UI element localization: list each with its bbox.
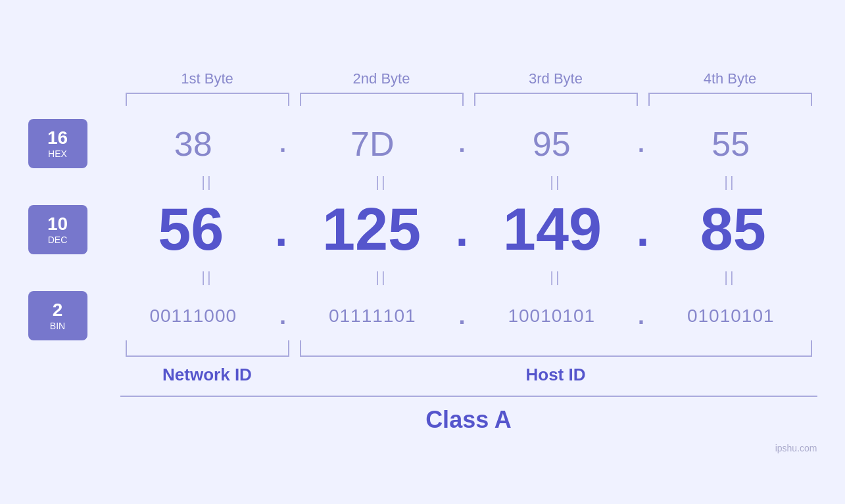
byte2-header: 2nd Byte: [295, 70, 469, 87]
dec-badge: 10 DEC: [28, 205, 87, 254]
bin-dot1: .: [279, 304, 286, 328]
bin-dot3: .: [638, 304, 644, 328]
bin-base-number: 2: [53, 301, 63, 319]
bin-byte3: 10010101: [466, 306, 638, 327]
host-id-section: Host ID: [295, 340, 817, 385]
dec-base-number: 10: [47, 215, 68, 233]
bin-byte2: 01111101: [286, 306, 458, 327]
hex-dot2: .: [458, 132, 465, 156]
eq2-b3: ||: [469, 269, 643, 286]
network-id-section: Network ID: [120, 340, 295, 385]
dec-byte4: 85: [649, 196, 817, 263]
hex-byte3: 95: [466, 124, 638, 164]
dec-dot1: .: [275, 207, 287, 253]
hex-byte2: 7D: [286, 124, 458, 164]
network-id-bracket: [126, 340, 289, 357]
dec-row: 10 DEC 56 . 125 . 149 . 85: [28, 196, 817, 263]
hex-badge: 16 HEX: [28, 119, 87, 168]
dec-base-label: DEC: [48, 235, 68, 245]
class-row: Class A: [120, 396, 817, 434]
dec-dot2: .: [456, 207, 468, 253]
network-id-label: Network ID: [120, 365, 295, 385]
eq1-b4: ||: [643, 173, 817, 191]
hex-base-number: 16: [47, 129, 68, 147]
bin-dot2: .: [458, 304, 465, 328]
eq1-b3: ||: [469, 173, 643, 191]
dec-dot3: .: [637, 207, 649, 253]
host-id-label: Host ID: [295, 365, 817, 385]
hex-dot3: .: [638, 132, 644, 156]
bin-byte4: 01010101: [644, 306, 817, 327]
equals-row2: || || || ||: [120, 263, 817, 291]
bin-badge: 2 BIN: [28, 291, 87, 340]
bracket-byte4: [648, 93, 812, 106]
dec-byte2: 125: [287, 196, 455, 263]
equals-row1: || || || ||: [120, 168, 817, 196]
hex-byte4: 55: [644, 124, 817, 164]
bin-row: 2 BIN 00111000 . 01111101 . 10010101 . 0…: [28, 291, 817, 340]
host-id-bracket: [300, 340, 812, 357]
hex-base-label: HEX: [48, 149, 67, 159]
eq2-b2: ||: [295, 269, 469, 286]
eq1-b1: ||: [120, 173, 295, 191]
watermark: ipshu.com: [775, 443, 817, 453]
hex-byte1: 38: [107, 124, 279, 164]
bracket-byte1: [126, 93, 289, 106]
byte1-header: 1st Byte: [120, 70, 295, 87]
eq1-b2: ||: [295, 173, 469, 191]
bracket-byte2: [300, 93, 464, 106]
eq2-b4: ||: [643, 269, 817, 286]
hex-dot1: .: [279, 132, 286, 156]
bracket-byte3: [474, 93, 638, 106]
dec-byte1: 56: [107, 196, 275, 263]
bracket-labels: Network ID Host ID: [120, 340, 817, 385]
bin-base-label: BIN: [50, 321, 65, 331]
byte4-header: 4th Byte: [643, 70, 817, 87]
bin-byte1: 00111000: [107, 306, 279, 327]
eq2-b1: ||: [120, 269, 295, 286]
class-label: Class A: [425, 406, 512, 433]
hex-row: 16 HEX 38 . 7D . 95 . 55: [28, 119, 817, 168]
byte3-header: 3rd Byte: [469, 70, 643, 87]
dec-byte3: 149: [468, 196, 636, 263]
